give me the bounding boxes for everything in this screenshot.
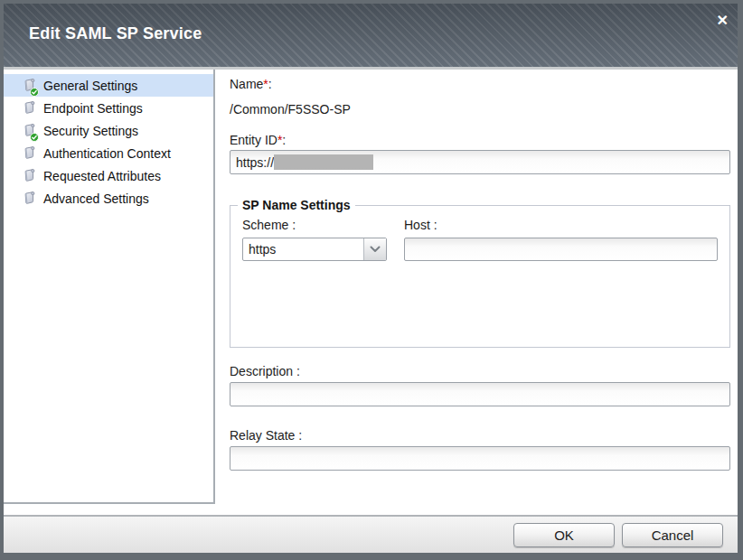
dialog-body: General Settings Endpoint Settings Secur… — [4, 70, 738, 515]
sp-name-settings-group: SP Name Settings Scheme : https Host : — [230, 198, 730, 348]
sidebar-item-label: Endpoint Settings — [43, 101, 143, 116]
sidebar-item-security-settings[interactable]: Security Settings — [4, 119, 213, 142]
chevron-down-icon[interactable] — [363, 238, 386, 260]
general-settings-panel: Name*: /Common/F5SSO-SP Entity ID*: http… — [215, 70, 738, 515]
sidebar-item-advanced-settings[interactable]: Advanced Settings — [4, 187, 213, 210]
relay-state-label: Relay State : — [230, 428, 730, 443]
scheme-selected-value: https — [243, 238, 363, 260]
scheme-select[interactable]: https — [242, 238, 387, 261]
name-value: /Common/F5SSO-SP — [230, 102, 730, 117]
sidebar-item-endpoint-settings[interactable]: Endpoint Settings — [4, 97, 213, 119]
sidebar-item-label: Security Settings — [43, 124, 138, 138]
description-label: Description : — [230, 364, 730, 378]
entity-id-input[interactable]: https:// — [230, 150, 730, 174]
name-label: Name*: — [230, 77, 730, 91]
check-icon — [30, 85, 39, 94]
cancel-button[interactable]: Cancel — [622, 523, 723, 547]
sidebar-item-label: Requested Attributes — [43, 169, 161, 183]
sidebar-item-label: General Settings — [43, 79, 137, 93]
sp-name-settings-legend: SP Name Settings — [238, 198, 355, 212]
redacted-value — [274, 154, 373, 170]
sidebar-item-authentication-context[interactable]: Authentication Context — [4, 142, 213, 164]
settings-nav: General Settings Endpoint Settings Secur… — [4, 70, 215, 504]
scroll-icon — [22, 100, 37, 116]
scroll-icon — [22, 123, 37, 138]
sidebar-item-requested-attributes[interactable]: Requested Attributes — [4, 164, 213, 187]
edit-saml-sp-service-dialog: Edit SAML SP Service ✕ General Settings … — [0, 0, 743, 560]
scroll-icon — [22, 191, 37, 206]
sidebar-item-general-settings[interactable]: General Settings — [4, 74, 213, 97]
scroll-icon — [22, 145, 37, 161]
entity-id-label: Entity ID*: — [230, 133, 730, 147]
dialog-footer: OK Cancel — [4, 515, 738, 553]
sidebar-item-label: Advanced Settings — [43, 191, 149, 206]
relay-state-input[interactable] — [230, 446, 730, 471]
entity-id-visible-text: https:// — [236, 155, 274, 170]
scroll-icon — [22, 78, 37, 93]
close-icon[interactable]: ✕ — [717, 14, 729, 28]
scheme-label: Scheme : — [242, 218, 387, 232]
dialog-title: Edit SAML SP Service — [29, 24, 202, 43]
host-input[interactable] — [404, 238, 718, 261]
host-label: Host : — [404, 218, 718, 232]
sidebar-item-label: Authentication Context — [43, 146, 171, 161]
description-input[interactable] — [230, 382, 730, 406]
scroll-icon — [22, 168, 37, 183]
dialog-titlebar: Edit SAML SP Service ✕ — [4, 4, 738, 70]
check-icon — [30, 130, 39, 139]
ok-button[interactable]: OK — [513, 523, 615, 547]
